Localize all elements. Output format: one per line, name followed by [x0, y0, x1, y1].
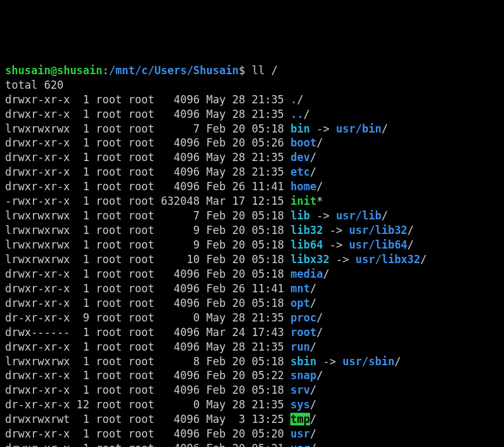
file-listing: drwxr-xr-x 1 root root 4096 May 28 21:35…	[5, 93, 427, 447]
list-item: lrwxrwxrwx 1 root root 7 Feb 20 05:18 bi…	[5, 122, 388, 135]
list-item: lrwxrwxrwx 1 root root 9 Feb 20 05:18 li…	[5, 224, 414, 236]
prompt-user: shusain	[5, 64, 51, 77]
list-item: dr-xr-xr-x 9 root root 0 May 28 21:35 pr…	[5, 311, 323, 324]
prompt-sigil: $	[239, 64, 245, 77]
prompt-at: @	[51, 64, 57, 77]
list-item: drwx------ 1 root root 4096 Mar 24 17:43…	[5, 326, 323, 339]
list-item: drwxr-xr-x 1 root root 4096 Feb 20 05:21…	[5, 442, 316, 447]
list-item: drwxr-xr-x 1 root root 4096 Feb 26 11:41…	[5, 282, 316, 295]
prompt-line-1: shusain@shusain:/mnt/c/Users/Shusain$ ll…	[5, 64, 278, 77]
list-item: drwxr-xr-x 1 root root 4096 May 28 21:35…	[5, 165, 316, 178]
list-item: lrwxrwxrwx 1 root root 7 Feb 20 05:18 li…	[5, 209, 388, 222]
list-item: -rwxr-xr-x 1 root root 632048 Mar 17 12:…	[5, 195, 323, 207]
total-line: total 620	[5, 79, 63, 91]
list-item: drwxr-xr-x 1 root root 4096 Feb 26 11:41…	[5, 180, 323, 193]
command-text: ll /	[252, 64, 278, 77]
prompt-host: shusain	[57, 64, 103, 77]
list-item: drwxr-xr-x 1 root root 4096 May 28 21:35…	[5, 108, 310, 120]
list-item: drwxr-xr-x 1 root root 4096 Feb 20 05:22…	[5, 369, 323, 382]
list-item: drwxr-xr-x 1 root root 4096 May 28 21:35…	[5, 93, 304, 106]
list-item: drwxr-xr-x 1 root root 4096 Feb 20 05:20…	[5, 427, 316, 440]
list-item: drwxr-xr-x 1 root root 4096 Feb 20 05:18…	[5, 268, 330, 280]
list-item: lrwxrwxrwx 1 root root 10 Feb 20 05:18 l…	[5, 253, 427, 266]
terminal[interactable]: shusain@shusain:/mnt/c/Users/Shusain$ ll…	[5, 63, 499, 447]
list-item: drwxr-xr-x 1 root root 4096 May 28 21:35…	[5, 340, 316, 353]
list-item: drwxr-xr-x 1 root root 4096 Feb 20 05:26…	[5, 136, 323, 149]
list-item: drwxr-xr-x 1 root root 4096 Feb 20 05:18…	[5, 297, 316, 309]
list-item: lrwxrwxrwx 1 root root 8 Feb 20 05:18 sb…	[5, 355, 401, 368]
list-item: drwxr-xr-x 1 root root 4096 May 28 21:35…	[5, 151, 316, 164]
list-item: drwxrwxrwt 1 root root 4096 May 3 13:25 …	[5, 413, 316, 425]
list-item: drwxr-xr-x 1 root root 4096 Feb 20 05:18…	[5, 384, 316, 396]
list-item: lrwxrwxrwx 1 root root 9 Feb 20 05:18 li…	[5, 238, 414, 251]
prompt-colon: :	[103, 64, 109, 77]
list-item: dr-xr-xr-x 12 root root 0 May 28 21:35 s…	[5, 398, 316, 411]
prompt-cwd: /mnt/c/Users/Shusain	[109, 64, 239, 77]
